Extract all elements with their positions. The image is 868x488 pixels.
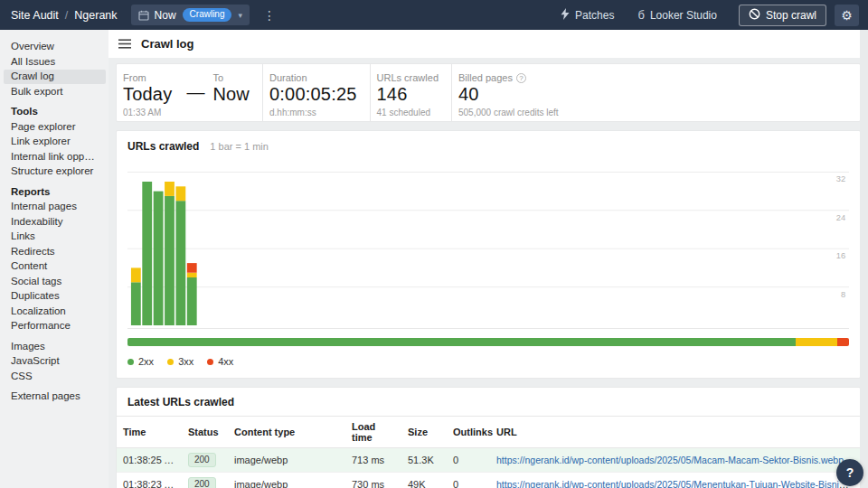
y-axis-tick-label: 16 [836, 250, 845, 260]
sidebar-item-external-pages[interactable]: External pages [4, 389, 106, 404]
breadcrumb-project[interactable]: Ngerank [74, 9, 117, 22]
column-header-url: URL [490, 417, 860, 448]
stat-billed-pages: Billed pages ? 40 505,000 crawl credits … [452, 64, 571, 121]
crawl-stats-card: From Today 01:33 AM — To Now Duration 0:… [116, 63, 861, 122]
legend-item-2xx[interactable]: 2xx [127, 356, 154, 367]
menu-icon[interactable] [118, 39, 131, 49]
sidebar-item-indexability[interactable]: Indexability [4, 215, 106, 230]
stat-from-label: From [123, 72, 172, 83]
sidebar-item-crawl-log[interactable]: Crawl log [4, 70, 106, 84]
column-header-content-type: Content type [228, 417, 345, 448]
sidebar-item-social-tags[interactable]: Social tags [4, 275, 106, 289]
stat-urls-crawled: URLs crawled 146 41 scheduled [371, 64, 451, 121]
column-header-status: Status [182, 417, 228, 448]
legend-item-3xx[interactable]: 3xx [167, 356, 193, 367]
chart-bar-segment-2xx [187, 277, 197, 325]
status-distribution-bar [127, 338, 849, 346]
sidebar-item-javascript[interactable]: JavaScript [4, 354, 106, 369]
crawl-schedule-dropdown[interactable]: Now Crawling ▾ [131, 5, 250, 25]
sidebar-section-reports: Reports [4, 185, 105, 200]
breadcrumb: Site Audit / Ngerank [11, 9, 118, 22]
sidebar-item-duplicates[interactable]: Duplicates [4, 289, 106, 304]
chart-legend: 2xx3xx4xx [127, 356, 849, 367]
stat-from-value: Today [123, 84, 172, 105]
help-circle-icon[interactable]: ? [516, 73, 526, 83]
crawl-rate-chart: 8162432 [127, 159, 849, 329]
cell-content-type: image/webp [228, 448, 345, 473]
cell-outlinks: 0 [447, 473, 490, 488]
chart-bar-segment-3xx [175, 186, 185, 201]
chart-bar-segment-2xx [131, 282, 141, 325]
vertical-scrollbar[interactable] [860, 30, 868, 488]
sidebar-item-links[interactable]: Links [4, 230, 106, 244]
top-bar: Site Audit / Ngerank Now Crawling ▾ ⋮ Pa… [0, 0, 868, 30]
more-options-icon[interactable]: ⋮ [261, 8, 278, 23]
sidebar-item-css[interactable]: CSS [4, 370, 106, 384]
y-axis-tick-label: 24 [836, 212, 845, 222]
chart-bar-segment-3xx [165, 182, 175, 196]
crawled-url-link[interactable]: https://ngerank.id/wp-content/uploads/20… [496, 455, 844, 465]
table-title: Latest URLs crawled [117, 388, 860, 416]
looker-studio-link[interactable]: б Looker Studio [637, 9, 717, 22]
stat-to-value: Now [212, 84, 250, 105]
cell-status: 200 [182, 473, 228, 488]
sidebar-item-content[interactable]: Content [4, 259, 106, 274]
sidebar-item-internal-pages[interactable]: Internal pages [4, 200, 106, 214]
help-button[interactable]: ? [836, 459, 863, 486]
calendar-icon [138, 10, 149, 21]
sidebar-item-link-explorer[interactable]: Link explorer [4, 135, 106, 149]
status-share-2xx [127, 338, 796, 346]
sidebar-item-structure-explorer[interactable]: Structure explorer [4, 164, 106, 179]
crawled-url-link[interactable]: https://ngerank.id/wp-content/uploads/20… [496, 479, 860, 488]
table-row: 01:38:25 AM200image/webp713 ms51.3K0http… [117, 448, 860, 473]
stat-billed-sub: 505,000 crawl credits left [458, 108, 559, 117]
legend-label: 3xx [178, 356, 193, 367]
sidebar-section: ReportsInternal pagesIndexabilityLinksRe… [0, 185, 108, 333]
looker-studio-icon: б [637, 9, 644, 21]
looker-studio-label: Looker Studio [650, 9, 717, 22]
stat-urls-value: 146 [377, 84, 439, 105]
sidebar-item-internal-link-opportunities[interactable]: Internal link opportunities [4, 150, 106, 164]
cell-url: https://ngerank.id/wp-content/uploads/20… [490, 473, 860, 488]
table-row: 01:38:23 AM200image/webp730 ms49K0https:… [117, 473, 860, 488]
status-share-4xx [837, 338, 849, 346]
cell-load-time: 713 ms [345, 448, 401, 473]
stat-duration-sub: d.hh:mm:ss [269, 108, 357, 117]
cell-time: 01:38:23 AM [117, 473, 182, 488]
schedule-label: Now [155, 9, 176, 22]
latest-urls-table: TimeStatusContent typeLoad timeSizeOutli… [117, 416, 860, 488]
chart-bar-segment-2xx [165, 196, 175, 325]
chevron-down-icon: ▾ [238, 11, 242, 20]
cell-content-type: image/webp [228, 473, 345, 488]
stat-billed-label-text: Billed pages [458, 72, 513, 83]
column-header-outlinks: Outlinks [447, 417, 490, 448]
status-badge: 200 [188, 477, 216, 488]
patches-link[interactable]: Patches [561, 8, 614, 23]
settings-button[interactable]: ⚙ [835, 5, 859, 26]
stat-urls-sub: 41 scheduled [377, 108, 439, 117]
sidebar-item-page-explorer[interactable]: Page explorer [4, 120, 106, 135]
sidebar-item-bulk-export[interactable]: Bulk export [4, 85, 106, 99]
sidebar-item-performance[interactable]: Performance [4, 319, 106, 333]
chart-bar-segment-2xx [175, 201, 185, 325]
sidebar-item-overview[interactable]: Overview [4, 40, 106, 54]
sidebar-item-images[interactable]: Images [4, 340, 106, 354]
y-axis-tick-label: 32 [836, 174, 845, 183]
sidebar-section: External pages [0, 389, 108, 404]
sidebar-item-all-issues[interactable]: All Issues [4, 55, 106, 70]
chart-bar-segment-3xx [131, 267, 141, 282]
stop-crawl-label: Stop crawl [766, 9, 816, 22]
sidebar-item-localization[interactable]: Localization [4, 305, 106, 319]
column-header-load-time: Load time [345, 417, 401, 448]
page-header: Crawl log [108, 30, 868, 58]
legend-dot-icon [167, 359, 174, 365]
stat-from-sub: 01:33 AM [123, 108, 172, 117]
legend-dot-icon [127, 359, 134, 365]
legend-item-4xx[interactable]: 4xx [207, 356, 233, 367]
stop-crawl-button[interactable]: Stop crawl [739, 5, 826, 26]
sidebar-item-redirects[interactable]: Redirects [4, 245, 106, 259]
stat-duration-label: Duration [269, 72, 357, 83]
main-panel: Crawl log From Today 01:33 AM — To Now D… [108, 30, 868, 488]
breadcrumb-app[interactable]: Site Audit [11, 9, 59, 22]
sidebar-section: ToolsPage explorerLink explorerInternal … [0, 105, 108, 179]
